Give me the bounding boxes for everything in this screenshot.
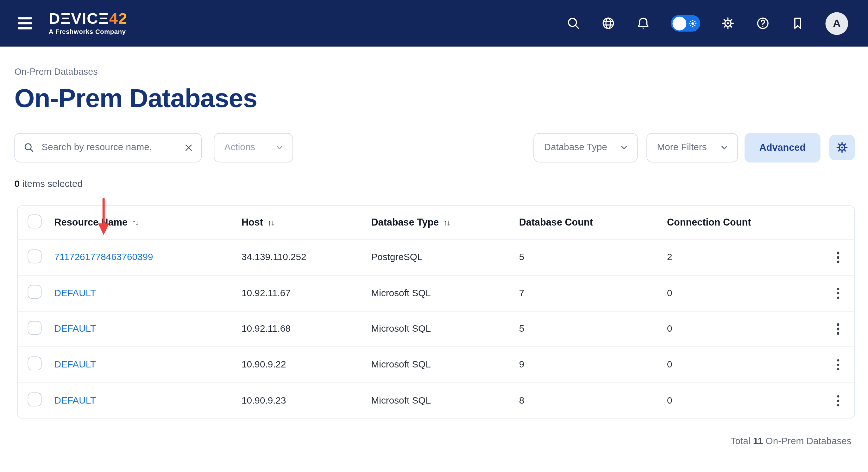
table-row: 7117261778463760399 34.139.110.252 Postg… [18,240,855,275]
table-header-row: Resource Name↑↓Host↑↓Database Type↑↓Data… [18,206,855,240]
column-label: Connection Count [667,217,751,228]
host-cell: 10.92.11.67 [242,288,371,299]
row-actions-kebab-icon[interactable] [833,320,844,338]
table-row: DEFAULT 10.90.9.22 Microsoft SQL 9 0 [18,347,855,383]
table-settings-button[interactable] [829,135,855,160]
help-icon[interactable] [755,16,770,31]
logo-accent: 42 [109,10,128,27]
device42-logo[interactable]: DΞVICΞ42 A Freshworks Company [49,11,128,35]
row-actions-kebab-icon[interactable] [833,392,844,410]
row-checkbox-cell [18,357,55,373]
selection-status: 0items selected [14,178,855,189]
database-count-cell: 9 [519,359,667,370]
selected-count: 0 [14,178,20,189]
sort-icon[interactable]: ↑↓ [268,218,274,226]
connection-count-cell: 0 [667,288,822,299]
clear-search-icon[interactable] [184,143,193,152]
page-title: On-Prem Databases [14,84,855,112]
navbar-actions: A [566,12,848,35]
breadcrumb[interactable]: On-Prem Databases [14,66,98,77]
column-header-database-type[interactable]: Database Type↑↓ [371,217,519,228]
chevron-down-icon [620,144,628,152]
column-label: Database Count [519,217,593,228]
header-checkbox-cell [18,214,55,231]
search-input[interactable] [40,142,178,154]
column-header-database-count: Database Count [519,217,667,228]
row-actions-kebab-icon[interactable] [833,248,844,266]
column-header-connection-count: Connection Count [667,217,822,228]
gear-icon [835,141,849,154]
host-cell: 10.90.9.22 [242,359,371,370]
notifications-bell-icon[interactable] [636,16,651,31]
logo-text: DΞVICΞ42 [49,11,128,27]
gear-icon[interactable] [721,16,735,31]
more-filters-dropdown[interactable]: More Filters [646,133,738,162]
user-avatar[interactable]: A [826,12,848,35]
host-cell: 34.139.110.252 [242,252,371,263]
resource-name-link[interactable]: DEFAULT [55,395,96,406]
total-count: 11 [753,436,763,446]
row-checkbox[interactable] [28,393,42,407]
search-icon [24,142,34,153]
toolbar: Actions Database Type More Filters Advan… [14,133,855,162]
database-type-cell: Microsoft SQL [371,323,519,334]
host-cell: 10.92.11.68 [242,323,371,334]
row-checkbox-cell [18,321,55,337]
database-count-cell: 7 [519,288,667,299]
total-label: Total [731,436,750,446]
connection-count-cell: 0 [667,323,822,334]
chevron-down-icon [720,144,728,152]
resource-name-link[interactable]: DEFAULT [55,359,96,370]
chevron-down-icon [275,144,284,152]
column-label: Database Type [371,217,439,228]
actions-dropdown[interactable]: Actions [214,133,293,162]
database-type-cell: Microsoft SQL [371,395,519,407]
column-header-resource-name[interactable]: Resource Name↑↓ [55,217,242,228]
row-actions-kebab-icon[interactable] [833,284,844,302]
search-icon[interactable] [566,16,581,31]
database-type-dropdown[interactable]: Database Type [533,133,638,162]
row-checkbox[interactable] [28,249,42,263]
column-label: Host [242,217,263,228]
globe-icon[interactable] [601,16,616,31]
row-checkbox[interactable] [28,321,42,335]
column-header-host[interactable]: Host↑↓ [242,217,371,228]
sort-icon[interactable]: ↑↓ [132,218,138,226]
filters-group: Database Type More Filters Advanced [533,133,855,162]
resource-name-link[interactable]: 7117261778463760399 [55,252,153,262]
advanced-button[interactable]: Advanced [745,133,820,162]
resource-name-link[interactable]: DEFAULT [55,288,96,298]
theme-toggle[interactable] [671,15,700,32]
table-row: DEFAULT 10.92.11.68 Microsoft SQL 5 0 [18,312,855,347]
row-checkbox[interactable] [28,357,42,371]
database-count-cell: 5 [519,252,667,263]
table-body: 7117261778463760399 34.139.110.252 Postg… [18,240,855,418]
host-cell: 10.90.9.23 [242,395,371,407]
databases-table: Resource Name↑↓Host↑↓Database Type↑↓Data… [17,205,855,419]
hamburger-menu-icon[interactable] [17,15,34,31]
connection-count-cell: 0 [667,395,822,407]
table-total: Total 11 On-Prem Databases [14,436,855,447]
table-row: DEFAULT 10.92.11.67 Microsoft SQL 7 0 [18,275,855,312]
sun-icon [688,19,698,28]
connection-count-cell: 0 [667,359,822,370]
more-filters-dropdown-label: More Filters [657,142,707,153]
sort-icon[interactable]: ↑↓ [443,218,450,226]
row-checkbox-cell [18,249,55,265]
top-navbar: DΞVICΞ42 A Freshworks Company [0,0,868,47]
row-checkbox-cell [18,393,55,409]
row-checkbox[interactable] [28,285,42,299]
database-type-cell: PostgreSQL [371,252,519,263]
database-type-dropdown-label: Database Type [544,142,608,153]
bookmark-icon[interactable] [790,16,805,31]
resource-name-link[interactable]: DEFAULT [55,323,96,334]
select-all-checkbox[interactable] [28,214,42,228]
database-type-cell: Microsoft SQL [371,288,519,299]
total-suffix: On-Prem Databases [766,436,851,446]
toggle-knob [672,17,686,30]
row-checkbox-cell [18,285,55,301]
app-root: DΞVICΞ42 A Freshworks Company [0,0,868,472]
row-actions-kebab-icon[interactable] [833,356,844,374]
actions-dropdown-label: Actions [224,142,255,153]
database-count-cell: 5 [519,323,667,334]
